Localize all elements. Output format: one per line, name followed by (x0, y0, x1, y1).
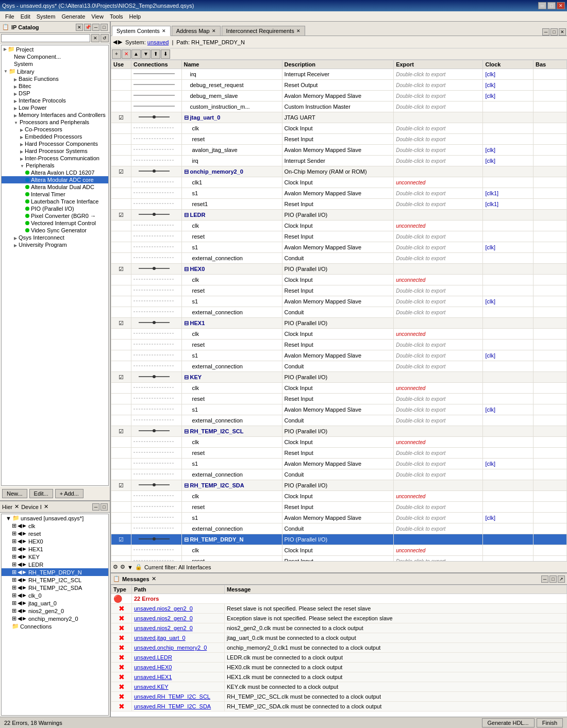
peripheral-lcd-item[interactable]: Altera Avalon LCD 16207 (2, 169, 108, 176)
table-row[interactable]: s1 Avalon Memory Mapped Slave Double-cli… (111, 513, 567, 523)
sub-export-cell[interactable]: Double-click to export (394, 231, 483, 242)
msg-path-link[interactable]: unsaved.jtag_uart_0 (134, 635, 186, 641)
sub-export-cell[interactable]: Double-click to export (394, 415, 483, 426)
hier-rh-i2c-sda[interactable]: ⊞ ◀► RH_TEMP_I2C_SDA (2, 584, 108, 591)
add-button[interactable]: + Add... (55, 489, 84, 498)
msg-path-link[interactable]: unsaved.LEDR (134, 654, 172, 661)
comp-use-cell[interactable]: ☑ (111, 112, 131, 123)
msg-path-link[interactable]: unsaved.HEX0 (134, 664, 172, 670)
hier-hex0[interactable]: ⊞ ◀► HEX0 (2, 537, 108, 545)
generate-hdl-button[interactable]: Generate HDL... (482, 718, 535, 727)
menu-system[interactable]: System (34, 12, 59, 21)
memory-interfaces-item[interactable]: ▶ Memory Interfaces and Controllers (2, 111, 108, 118)
tab-panel-close-btn[interactable]: ✕ (559, 28, 566, 36)
table-row[interactable]: external_connection Conduit Double-click… (111, 415, 567, 426)
hard-processor-components-item[interactable]: ▶ Hard Processor Components (2, 140, 108, 147)
msg-path-cell[interactable]: unsaved.onchip_memory2_0 (132, 643, 225, 653)
inter-process-item[interactable]: ▶ Inter-Process Communication (2, 155, 108, 162)
table-row[interactable]: clk Clock Input unconnected (111, 329, 567, 340)
interface-protocols-item[interactable]: ▶ Interface Protocols (2, 97, 108, 104)
sub-export-cell[interactable]: Double-click to export (394, 253, 483, 264)
sub-export-cell[interactable]: Double-click to export (394, 469, 483, 480)
menu-file[interactable]: File (2, 12, 18, 21)
sub-export-cell[interactable]: Double-click to export (394, 448, 483, 459)
sub-export-cell[interactable]: unconnected (394, 221, 483, 231)
msg-max-btn[interactable]: □ (549, 575, 557, 583)
table-row[interactable]: clk Clock Input unconnected (111, 545, 567, 556)
hier-ledr[interactable]: ⊞ ◀► LEDR (2, 561, 108, 568)
msg-path-link[interactable]: unsaved.RH_TEMP_I2C_SCL (134, 693, 210, 700)
table-row[interactable]: reset Reset Input Double-click to export (111, 394, 567, 404)
sub-export-cell[interactable]: Double-click to export (394, 145, 483, 156)
processors-peripherals-item[interactable]: ▼ Processors and Peripherals (2, 118, 108, 126)
table-row[interactable]: s1 Avalon Memory Mapped Slave Double-cli… (111, 350, 567, 361)
sub-export-cell[interactable]: unconnected (394, 437, 483, 448)
msg-min-btn[interactable]: ─ (541, 575, 548, 583)
message-row[interactable]: ✖ unsaved.nios2_gen2_0 Reset slave is no… (111, 604, 567, 614)
sub-export-cell[interactable]: Double-click to export (394, 350, 483, 361)
comp-use-cell[interactable]: ☑ (111, 372, 131, 383)
hier-unsaved[interactable]: ▼ 📁 unsaved [unsaved.qsys*] (2, 514, 108, 522)
sub-export-cell[interactable]: Double-click to export (394, 188, 483, 199)
msg-path-link[interactable]: unsaved.nios2_gen2_0 (134, 625, 193, 631)
tab-system-contents[interactable]: System Contents ✕ (112, 26, 171, 36)
sub-export-cell[interactable]: Double-click to export (394, 459, 483, 469)
table-row[interactable]: debug_reset_request Reset Output Double-… (111, 80, 567, 91)
tab-address-map[interactable]: Address Map ✕ (172, 26, 221, 36)
hier-min-btn[interactable]: ─ (92, 503, 99, 511)
sub-export-cell[interactable]: Double-click to export (394, 242, 483, 253)
sub-export-cell[interactable]: Double-click to export (394, 307, 483, 318)
table-row[interactable]: ☑ ⊟ RH_TEMP_I2C_SCL PIO (Parallel I/O) (111, 426, 567, 437)
row-export[interactable]: Double-click to export (394, 101, 483, 112)
peripheral-vic-item[interactable]: Vectored Interrupt Control (2, 219, 108, 227)
table-row[interactable]: ☑ ⊟ onchip_memory2_0 On-Chip Memory (RAM… (111, 166, 567, 177)
hard-processor-systems-item[interactable]: ▶ Hard Processor Systems (2, 147, 108, 155)
hier-onchip[interactable]: ⊞ ◀► onchip_memory2_0 (2, 615, 108, 622)
hier-clk0[interactable]: ⊞ ◀► clk_0 (2, 591, 108, 599)
new-component-item[interactable]: New Component... (2, 53, 108, 60)
tab-interconnect[interactable]: Interconnect Requirements ✕ (222, 26, 305, 36)
toolbar-down2-btn[interactable]: ⬇ (161, 49, 170, 59)
menu-generate[interactable]: Generate (58, 12, 88, 21)
table-row[interactable]: avalon_jtag_slave Avalon Memory Mapped S… (111, 145, 567, 156)
tab-panel-max-btn[interactable]: □ (551, 28, 558, 36)
sub-export-cell[interactable]: Double-click to export (394, 123, 483, 134)
university-program-item[interactable]: ▶ University Program (2, 241, 108, 248)
message-row[interactable]: ✖ unsaved.jtag_uart_0 jtag_uart_0.clk mu… (111, 633, 567, 643)
ip-catalog-max-btn[interactable]: □ (101, 24, 108, 31)
table-row[interactable]: reset Reset Input Double-click to export (111, 134, 567, 145)
table-row[interactable]: reset1 Reset Input Double-click to expor… (111, 199, 567, 210)
peripheral-lauterbach-item[interactable]: Lauterbach Trace Interface (2, 198, 108, 205)
sub-export-cell[interactable]: Double-click to export (394, 502, 483, 513)
sub-export-cell[interactable]: unconnected (394, 545, 483, 556)
message-row[interactable]: ✖ unsaved.HEX1 HEX1.clk must be connecte… (111, 672, 567, 682)
toolbar-down-btn[interactable]: ▼ (141, 49, 151, 59)
sub-export-cell[interactable]: Double-click to export (394, 134, 483, 145)
msg-path-cell[interactable]: unsaved.RH_TEMP_I2C_SCL (132, 692, 225, 702)
peripheral-pixel-item[interactable]: Pixel Converter (BGR0 → (2, 212, 108, 219)
menu-tools[interactable]: Tools (107, 12, 126, 21)
table-row[interactable]: irq Interrupt Sender Double-click to exp… (111, 156, 567, 166)
msg-path-cell[interactable]: unsaved.jtag_uart_0 (132, 633, 225, 643)
sub-export-cell[interactable]: Double-click to export (394, 296, 483, 307)
interconnect-tab-close[interactable]: ✕ (296, 28, 301, 33)
msg-path-link[interactable]: unsaved.nios2_gen2_0 (134, 615, 193, 621)
peripheral-vsg-item[interactable]: Video Sync Generator (2, 227, 108, 234)
table-row[interactable]: external_connection Conduit Double-click… (111, 307, 567, 318)
msg-path-link[interactable]: unsaved.RH_TEMP_I2C_SDA (134, 703, 211, 709)
sub-export-cell[interactable]: Double-click to export (394, 340, 483, 350)
co-processors-item[interactable]: ▶ Co-Processors (2, 126, 108, 133)
tab-panel-min-btn[interactable]: ─ (542, 28, 549, 36)
table-row[interactable]: s1 Avalon Memory Mapped Slave Double-cli… (111, 296, 567, 307)
navigate-back-btn[interactable]: ◀ (113, 39, 117, 45)
sub-export-cell[interactable]: unconnected (394, 275, 483, 285)
sub-export-cell[interactable]: Double-click to export (394, 513, 483, 523)
comp-use-cell[interactable]: ☑ (111, 534, 131, 545)
message-row[interactable]: ✖ unsaved.nios2_gen2_0 Exception slave i… (111, 614, 567, 623)
table-row[interactable]: reset Reset Input Double-click to export (111, 556, 567, 562)
system-name-link[interactable]: unsaved (147, 39, 169, 45)
hier-clk[interactable]: ⊞ ◀► clk (2, 522, 108, 530)
menu-edit[interactable]: Edit (18, 12, 34, 21)
table-row[interactable]: external_connection Conduit Double-click… (111, 361, 567, 372)
maximize-button[interactable]: □ (547, 2, 556, 9)
